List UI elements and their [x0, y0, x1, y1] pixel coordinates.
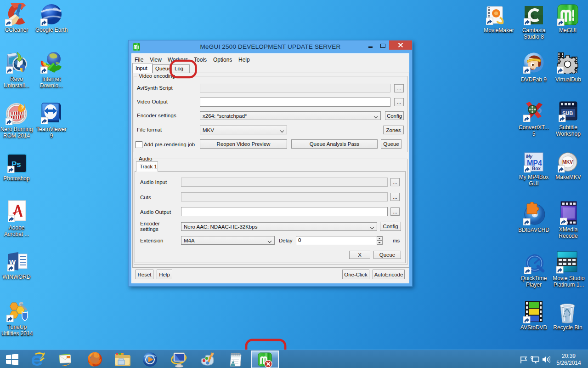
- svg-text:Box: Box: [532, 166, 541, 171]
- svg-text:My: My: [526, 154, 532, 159]
- svg-text:MKV: MKV: [562, 159, 573, 165]
